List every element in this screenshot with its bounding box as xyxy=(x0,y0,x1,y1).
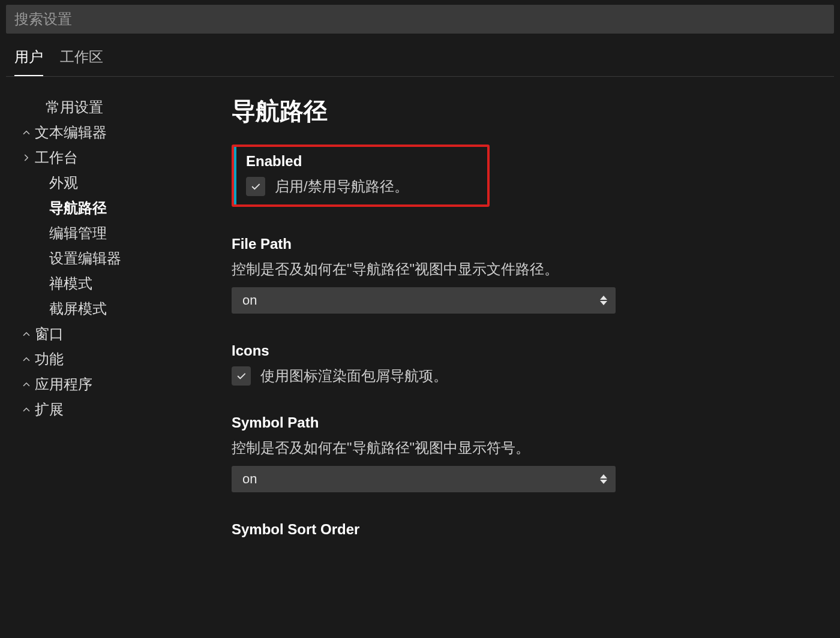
sidebar-item-features[interactable]: 功能 xyxy=(13,347,210,372)
checkbox-icons[interactable] xyxy=(232,366,251,386)
section-title: 导航路径 xyxy=(232,95,822,128)
select-symbol-path[interactable]: on xyxy=(232,466,616,492)
chevron-up-icon xyxy=(18,379,35,390)
sidebar-item-window[interactable]: 窗口 xyxy=(13,321,210,347)
sidebar-item-label: 截屏模式 xyxy=(49,299,107,318)
sidebar-item-extensions[interactable]: 扩展 xyxy=(13,397,210,422)
chevron-up-icon xyxy=(18,329,35,339)
sidebar-item-settings-editor[interactable]: 设置编辑器 xyxy=(13,246,210,271)
sidebar-item-label: 应用程序 xyxy=(35,375,92,394)
sidebar-item-application[interactable]: 应用程序 xyxy=(13,372,210,397)
sidebar-item-label: 设置编辑器 xyxy=(49,249,121,268)
chevron-up-icon xyxy=(18,404,35,415)
sidebar-item-zen-mode[interactable]: 禅模式 xyxy=(13,271,210,296)
setting-file-path: File Path 控制是否及如何在"导航路径"视图中显示文件路径。 on xyxy=(232,236,822,314)
settings-main: 导航路径 Enabled 启用/禁用导航路径。 File Path 控 xyxy=(210,95,834,638)
select-file-path[interactable]: on xyxy=(232,287,616,314)
checkmark-icon xyxy=(235,370,247,382)
setting-title-symbol-path: Symbol Path xyxy=(232,414,822,431)
sidebar-item-label: 功能 xyxy=(35,350,64,369)
setting-symbol-sort-order: Symbol Sort Order xyxy=(232,521,822,538)
sidebar-item-screencast-mode[interactable]: 截屏模式 xyxy=(13,296,210,321)
sidebar-item-text-editor[interactable]: 文本编辑器 xyxy=(13,120,210,145)
setting-symbol-path: Symbol Path 控制是否及如何在"导航路径"视图中显示符号。 on xyxy=(232,414,822,492)
sidebar-item-label: 导航路径 xyxy=(49,198,107,218)
sidebar-item-label: 文本编辑器 xyxy=(35,123,107,142)
sidebar-item-workbench[interactable]: 工作台 xyxy=(13,145,210,170)
chevron-up-icon xyxy=(18,354,35,365)
select-arrows-icon xyxy=(600,296,607,305)
setting-desc-symbol-path: 控制是否及如何在"导航路径"视图中显示符号。 xyxy=(232,438,822,458)
settings-search-wrap xyxy=(6,5,834,34)
settings-scope-tabs: 用户 工作区 xyxy=(6,34,834,77)
chevron-right-icon xyxy=(18,152,35,163)
sidebar-item-label: 编辑管理 xyxy=(49,224,107,243)
chevron-up-icon xyxy=(18,127,35,138)
sidebar-item-label: 外观 xyxy=(49,173,78,192)
select-arrows-icon xyxy=(600,474,607,484)
sidebar-item-label: 工作台 xyxy=(35,148,78,167)
sidebar-item-label: 扩展 xyxy=(35,400,64,419)
settings-body: 常用设置 文本编辑器 工作台 外观 导航路径 编辑管理 xyxy=(6,77,834,638)
tab-workspace[interactable]: 工作区 xyxy=(60,47,103,76)
setting-title-symbol-sort-order: Symbol Sort Order xyxy=(232,521,822,538)
highlight-annotation: Enabled 启用/禁用导航路径。 xyxy=(232,145,490,207)
checkmark-icon xyxy=(250,180,262,192)
sidebar-item-editor-management[interactable]: 编辑管理 xyxy=(13,221,210,246)
setting-icons: Icons 使用图标渲染面包屑导航项。 xyxy=(232,342,822,386)
setting-desc-file-path: 控制是否及如何在"导航路径"视图中显示文件路径。 xyxy=(232,260,822,279)
setting-title-file-path: File Path xyxy=(232,236,822,252)
sidebar-item-label: 禅模式 xyxy=(49,274,92,293)
settings-search-input[interactable] xyxy=(14,11,826,28)
setting-desc-icons: 使用图标渲染面包屑导航项。 xyxy=(260,366,448,386)
setting-title-icons: Icons xyxy=(232,342,822,359)
setting-desc-enabled: 启用/禁用导航路径。 xyxy=(275,177,409,196)
setting-title-enabled: Enabled xyxy=(246,153,480,170)
sidebar-item-label: 窗口 xyxy=(35,324,64,344)
select-value: on xyxy=(242,471,257,487)
checkbox-enabled[interactable] xyxy=(246,177,265,196)
modified-indicator xyxy=(234,147,236,204)
sidebar-item-label: 常用设置 xyxy=(18,98,103,117)
sidebar-item-appearance[interactable]: 外观 xyxy=(13,170,210,195)
settings-toc-sidebar: 常用设置 文本编辑器 工作台 外观 导航路径 编辑管理 xyxy=(6,95,210,638)
sidebar-item-common[interactable]: 常用设置 xyxy=(13,95,210,120)
select-value: on xyxy=(242,293,257,308)
tab-user[interactable]: 用户 xyxy=(14,47,43,76)
sidebar-item-breadcrumbs[interactable]: 导航路径 xyxy=(13,195,210,221)
